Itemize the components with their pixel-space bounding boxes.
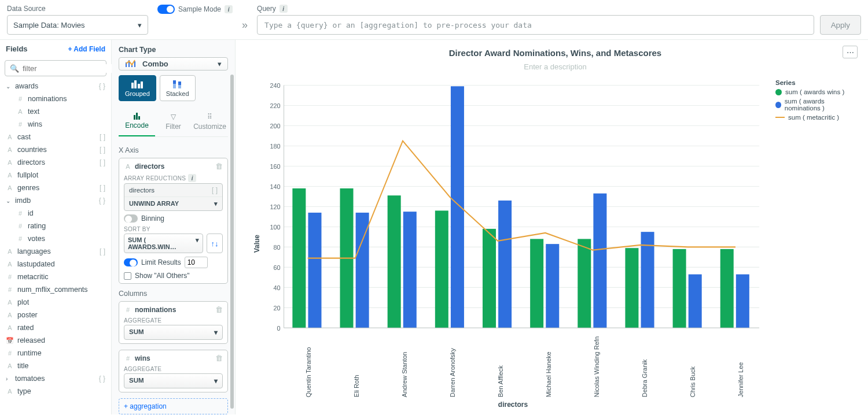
info-icon[interactable]: i xyxy=(225,5,233,13)
fields-panel: Fields + Add Field 🔍 ⌄awards{ }#nominati… xyxy=(0,40,112,414)
array-icon: [ ] xyxy=(100,133,105,141)
tab-customize[interactable]: ⠿ Customize xyxy=(192,109,228,136)
stacked-button[interactable]: Stacked xyxy=(160,75,196,101)
query-block: Query i Apply xyxy=(257,5,861,35)
add-aggregation-button[interactable]: + aggregation xyxy=(119,398,228,414)
chart-description[interactable]: Enter a description xyxy=(253,62,858,71)
field-title[interactable]: Atitle xyxy=(0,360,111,372)
svg-text:100: 100 xyxy=(270,223,280,230)
field-released[interactable]: 📅released xyxy=(0,334,111,347)
limit-toggle[interactable] xyxy=(124,258,138,266)
legend-item[interactable]: sum ( metacritic ) xyxy=(775,114,858,121)
svg-rect-49 xyxy=(578,239,591,328)
chevron-down-icon: ▾ xyxy=(218,60,222,68)
tab-filter[interactable]: ▽ Filter xyxy=(155,109,192,136)
chart-plot: 020406080100120140160180200220240 xyxy=(261,79,765,334)
grouped-button[interactable]: Grouped xyxy=(119,75,156,101)
legend-item[interactable]: sum ( awards wins ) xyxy=(775,88,858,95)
field-poster[interactable]: Aposter xyxy=(0,309,111,321)
add-field-button[interactable]: + Add Field xyxy=(68,45,105,53)
legend-label: sum ( metacritic ) xyxy=(788,114,839,121)
field-label: rating xyxy=(28,222,46,230)
svg-text:80: 80 xyxy=(274,243,281,250)
trash-icon[interactable]: 🗑 xyxy=(215,354,223,362)
array-reduction-select[interactable]: directors[ ] UNWIND ARRAY▾ xyxy=(124,183,223,211)
svg-text:140: 140 xyxy=(270,183,280,190)
data-source-label: Data Source xyxy=(7,5,148,13)
x-tick-label: Eli Roth xyxy=(353,336,360,397)
chevron-down-icon: ⌄ xyxy=(6,83,12,90)
object-icon: { } xyxy=(99,82,105,90)
fields-filter-input[interactable] xyxy=(23,64,120,73)
field-type-icon: A xyxy=(6,248,14,255)
main: Fields + Add Field 🔍 ⌄awards{ }#nominati… xyxy=(0,40,868,414)
field-id[interactable]: #id xyxy=(0,207,111,220)
field-plot[interactable]: Aplot xyxy=(0,296,111,309)
field-metacritic[interactable]: #metacritic xyxy=(0,271,111,283)
field-countries[interactable]: Acountries[ ] xyxy=(0,143,111,156)
x-tick-label: Chris Buck xyxy=(689,336,696,397)
sample-mode-toggle[interactable] xyxy=(157,5,175,14)
field-label: rated xyxy=(17,324,34,332)
chevron-right-icon: › xyxy=(6,376,12,382)
svg-text:40: 40 xyxy=(274,284,281,291)
query-input[interactable] xyxy=(257,15,814,35)
trash-icon[interactable]: 🗑 xyxy=(215,305,223,314)
field-type-icon: # xyxy=(6,350,14,357)
field-rating[interactable]: #rating xyxy=(0,220,111,232)
field-label: title xyxy=(17,362,28,370)
field-fullplot[interactable]: Afullplot xyxy=(0,169,111,181)
x-tick-label: Jennifer Lee xyxy=(737,336,744,397)
trash-icon[interactable]: 🗑 xyxy=(215,162,223,171)
combo-icon xyxy=(125,58,138,70)
chart-menu-button[interactable]: ⋯ xyxy=(843,46,858,58)
field-languages[interactable]: Alanguages[ ] xyxy=(0,245,111,258)
svg-rect-2 xyxy=(138,84,140,88)
field-imdb[interactable]: ⌄imdb{ } xyxy=(0,194,111,207)
svg-rect-10 xyxy=(138,116,140,120)
chart-type-select[interactable]: Combo ▾ xyxy=(119,57,228,71)
field-wins[interactable]: #wins xyxy=(0,118,111,131)
field-lastupdated[interactable]: Alastupdated xyxy=(0,258,111,271)
data-source-select[interactable]: Sample Data: Movies ▾ xyxy=(7,15,148,35)
field-awards[interactable]: ⌄awards{ } xyxy=(0,80,111,92)
field-text[interactable]: Atext xyxy=(0,105,111,118)
show-all-others-checkbox[interactable] xyxy=(124,272,131,280)
field-directors[interactable]: Adirectors[ ] xyxy=(0,156,111,169)
field-votes[interactable]: #votes xyxy=(0,232,111,245)
apply-button[interactable]: Apply xyxy=(820,15,861,35)
field-runtime[interactable]: #runtime xyxy=(0,347,111,360)
field-genres[interactable]: Agenres[ ] xyxy=(0,181,111,194)
svg-rect-52 xyxy=(641,232,654,328)
x-tick-label: Andrew Stanton xyxy=(401,336,408,397)
field-nominations[interactable]: #nominations xyxy=(0,92,111,105)
field-type-icon: # xyxy=(6,286,14,293)
sort-direction-button[interactable]: ↑↓ xyxy=(207,234,223,253)
chart-title[interactable]: Director Award Nominations, Wins, and Me… xyxy=(253,48,858,58)
field-type-icon: A xyxy=(6,184,14,191)
svg-text:20: 20 xyxy=(274,304,281,311)
field-type[interactable]: Atype xyxy=(0,385,111,398)
info-icon[interactable]: i xyxy=(188,174,196,182)
svg-text:120: 120 xyxy=(270,203,280,210)
legend-item[interactable]: sum ( awards nominations ) xyxy=(775,98,858,112)
field-label: cast xyxy=(17,133,31,141)
svg-rect-41 xyxy=(388,195,401,328)
field-rated[interactable]: Arated xyxy=(0,321,111,334)
info-icon[interactable]: i xyxy=(279,5,288,13)
limit-input[interactable] xyxy=(185,257,208,268)
aggregate-select[interactable]: SUM▾ xyxy=(124,373,223,388)
field-tomatoes[interactable]: ›tomatoes{ } xyxy=(0,372,111,385)
field-num_mflix_comments[interactable]: #num_mflix_comments xyxy=(0,283,111,296)
column-card-wins: #wins🗑AGGREGATESUM▾ xyxy=(119,350,228,392)
tab-encode[interactable]: Encode xyxy=(119,109,155,136)
fields-filter[interactable]: 🔍 xyxy=(5,60,106,76)
y-axis-label: Value xyxy=(253,235,261,253)
binning-toggle[interactable] xyxy=(124,214,138,223)
top-bar: Data Source Sample Data: Movies ▾ Sample… xyxy=(0,0,868,40)
sort-by-select[interactable]: SUM ( AWARDS.WIN…▾ xyxy=(124,234,203,253)
aggregate-select[interactable]: SUM▾ xyxy=(124,325,223,340)
field-cast[interactable]: Acast[ ] xyxy=(0,131,111,143)
field-type-icon: A xyxy=(6,324,14,331)
chevron-down-icon: ▾ xyxy=(214,328,218,336)
